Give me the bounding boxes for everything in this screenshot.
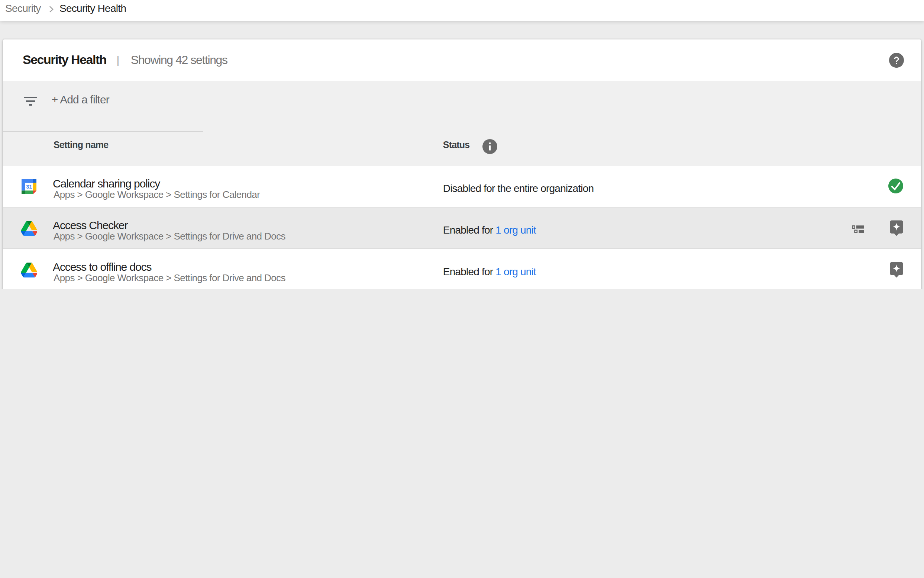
- svg-text:31: 31: [26, 183, 32, 189]
